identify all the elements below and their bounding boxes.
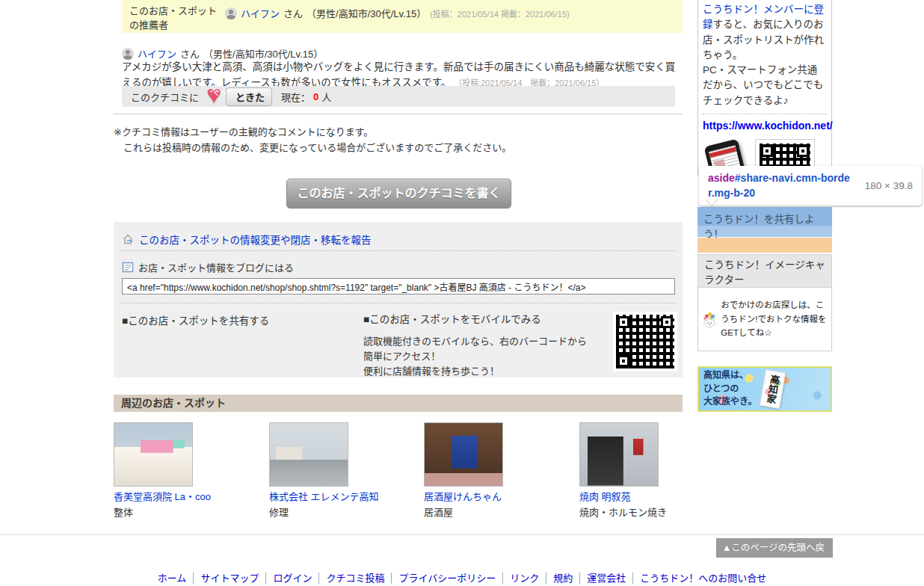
site-url-link[interactable]: https://www.kochidon.net/ — [703, 120, 833, 132]
blog-embed-label: お店・スポット情報をブログにはる — [138, 260, 294, 274]
share-tools-box: このお店・スポットの情報変更や閉店・移転を報告 お店・スポット情報をブログにはる… — [114, 222, 683, 377]
shop-qr-code — [616, 315, 674, 368]
shop-photo[interactable] — [579, 422, 659, 487]
footer-link-contact[interactable]: こうちドン！へのお問い合せ — [633, 573, 773, 584]
devtools-margin-highlight — [697, 238, 832, 253]
kochi-family-banner[interactable]: 高知県は、 ひとつの 大家族やき。 高知家 — [697, 366, 832, 412]
mascot-image — [701, 297, 718, 342]
shop-photo[interactable] — [114, 422, 193, 487]
shop-photo[interactable] — [424, 422, 503, 487]
recommender-label: このお店・スポットの推薦者 — [129, 4, 219, 33]
nearby-shop-card: 居酒屋けんちゃん 居酒屋 — [424, 422, 570, 519]
character-box: おでかけのお店探しは、こうちドン!でおトクな情報をGETしてね☆ — [697, 288, 832, 351]
review-dates: (投稿：2021/05/14 掲載：2021/06/15) — [430, 7, 570, 19]
footer-link-privacy[interactable]: プライバシーポリシー — [392, 573, 503, 584]
banner-flag: 高知家 — [760, 369, 786, 409]
shop-name-link[interactable]: 香美堂高須院 La・coo — [114, 489, 260, 503]
nearby-shop-card: 香美堂高須院 La・coo 整体 — [114, 422, 260, 519]
banner-slogan: 高知県は、 ひとつの 大家族やき。 — [703, 369, 757, 408]
share-shop-label: ■このお店・スポットを共有する — [122, 312, 269, 327]
member-promo-box: こうちドン！メンバーに登録すると、お気に入りのお店・スポットリストが作れちゃう。… — [697, 0, 832, 175]
devtools-inspect-tooltip: aside#share-navi.cmn-border.mg-b-20 180 … — [699, 166, 922, 206]
report-change-link[interactable]: このお店・スポットの情報変更や閉店・移転を報告 — [139, 232, 372, 247]
blog-embed-icon — [122, 262, 134, 273]
shop-category: 焼肉・ホルモン焼き — [579, 505, 726, 519]
shop-name-link[interactable]: 焼肉 明叙苑 — [579, 489, 726, 503]
mobile-desc: 読取機能付きのモバイルなら、右のバーコードから簡単にアクセス！ 便利に店舗情報を… — [363, 334, 595, 379]
nearby-shop-card: 焼肉 明叙苑 焼肉・ホルモン焼き — [579, 422, 726, 519]
devtools-tag-name: aside — [708, 172, 735, 184]
footer-link-review-post[interactable]: クチコミ投稿 — [319, 573, 392, 584]
shop-name-link[interactable]: 居酒屋けんちゃん — [424, 489, 570, 503]
character-text: おでかけのお店探しは、こうちドン!でおトクな情報をGETしてね☆ — [721, 298, 828, 339]
review-good-bar: このクチコミに “ぐっ” ときた 現在： 0 人 — [122, 86, 675, 107]
write-review-button[interactable]: このお店・スポットのクチコミを書く — [286, 179, 511, 209]
reviewer-suffix: さん — [180, 46, 200, 61]
good-label: このクチコミに — [131, 90, 199, 104]
dotted-divider — [120, 303, 677, 303]
footer-link-sitemap[interactable]: サイトマップ — [194, 573, 266, 584]
gutto-kita-label: ときた — [226, 87, 272, 106]
reviewer-name-link[interactable]: ハイフン — [241, 6, 280, 20]
current-unit: 人 — [321, 90, 331, 104]
mobile-view-label: ■このお店・スポットをモバイルでみる — [363, 312, 595, 328]
footer-link-terms[interactable]: 規約 — [546, 573, 580, 584]
current-label: 現在： — [281, 90, 310, 104]
reviewer-name-link[interactable]: ハイフン — [138, 46, 176, 61]
back-to-top-button[interactable]: ▲このページの先頭へ戻る — [716, 538, 833, 558]
character-header: こうちドン！イメージキャラクター — [697, 254, 832, 288]
section-divider — [114, 114, 683, 114]
share-navi-highlighted-element[interactable]: こうちドン！を共有しよう！ — [697, 207, 832, 237]
reviewer-meta: （男性/高知市/30代/Lv.15） — [203, 46, 323, 61]
dotted-divider — [703, 114, 827, 114]
footer-divider — [0, 534, 924, 535]
gutto-kita-button[interactable]: “ぐっ” ときた — [206, 85, 272, 108]
shop-photo[interactable] — [269, 422, 348, 487]
recommender-banner: このお店・スポットの推薦者 ハイフン さん （男性/高知市/30代/Lv.15）… — [122, 0, 683, 33]
member-promo-text: こうちドン！メンバーに登録すると、お気に入りのお店・スポットリストが作れちゃう。… — [703, 2, 827, 108]
dotted-divider — [120, 250, 677, 251]
footer-link-links[interactable]: リンク — [503, 573, 546, 584]
reviewer-suffix: さん — [283, 6, 303, 20]
footer-link-login[interactable]: ログイン — [266, 573, 319, 584]
user-avatar-icon — [225, 7, 237, 19]
devtools-tooltip-arrow — [706, 198, 718, 206]
nearby-shop-card: 株式会社 エレメンテ高知 修理 — [269, 422, 416, 519]
footer-link-company[interactable]: 運営会社 — [580, 573, 633, 584]
footer-nav: ホームサイトマップログインクチコミ投稿プライバシーポリシーリンク規約運営会社こう… — [0, 570, 924, 585]
heart-icon: “ぐっ” — [206, 85, 232, 108]
devtools-dimensions: 180 × 39.8 — [865, 180, 913, 191]
shop-name-link[interactable]: 株式会社 エレメンテ高知 — [269, 489, 416, 503]
nearby-shops-header: 周辺のお店・スポット — [114, 395, 683, 412]
footer-link-home[interactable]: ホーム — [151, 573, 194, 584]
shop-category: 修理 — [269, 505, 416, 519]
blog-embed-code-input[interactable] — [122, 278, 675, 294]
current-count: 0 — [313, 91, 318, 102]
shop-category: 居酒屋 — [424, 505, 570, 519]
reviewer-meta: （男性/高知市/30代/Lv.15） — [307, 6, 426, 20]
user-avatar-icon — [122, 48, 134, 60]
report-shop-icon — [122, 233, 135, 245]
shop-category: 整体 — [114, 505, 260, 519]
review-disclaimer: ※クチコミ情報はユーザーの主観的なコメントになります。 これらは投稿時の情報のた… — [114, 125, 667, 156]
